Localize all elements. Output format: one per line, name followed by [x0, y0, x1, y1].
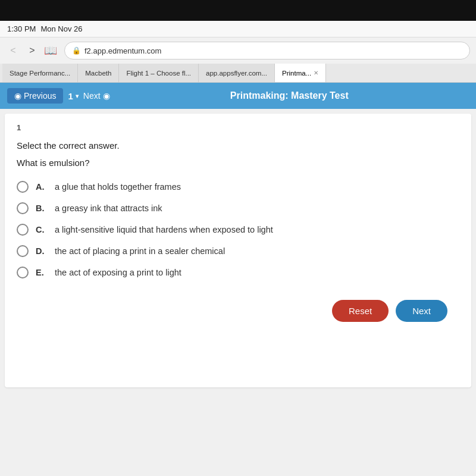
radio-a[interactable]: [17, 181, 29, 193]
choice-d[interactable]: D. the act of placing a print in a seale…: [17, 245, 459, 257]
forward-button[interactable]: >: [25, 43, 39, 58]
previous-button[interactable]: ◉ Previous: [7, 88, 63, 104]
status-time: 1:30 PM: [7, 24, 36, 33]
next-circle-icon: ◉: [103, 91, 110, 101]
choice-text-a: a glue that holds together frames: [55, 182, 181, 192]
next-button-main[interactable]: Next: [396, 300, 447, 322]
question-number-selector[interactable]: 1 ▾: [68, 91, 78, 101]
reset-button[interactable]: Reset: [332, 300, 389, 322]
choice-label-b: B.: [36, 203, 48, 213]
dropdown-arrow-icon: ▾: [76, 93, 79, 99]
quiz-nav-bar: ◉ Previous 1 ▾ Next ◉ Printmaking: Maste…: [0, 83, 476, 109]
tab-stage[interactable]: Stage Performanc...: [2, 64, 78, 82]
device-top-bar: [0, 0, 476, 21]
radio-b[interactable]: [17, 202, 29, 214]
tab-printmaking[interactable]: Printma... ✕: [275, 64, 326, 82]
choices-list: A. a glue that holds together frames B. …: [17, 181, 459, 278]
question-number-badge: 1: [17, 123, 459, 132]
status-bar: 1:30 PM Mon Nov 26: [0, 21, 476, 37]
choice-e[interactable]: E. the act of exposing a print to light: [17, 267, 459, 278]
book-icon[interactable]: 📖: [44, 44, 57, 57]
back-button[interactable]: <: [6, 43, 20, 58]
browser-chrome: < > 📖 🔒 f2.app.edmentum.com Stage Perfor…: [0, 37, 476, 83]
status-date: Mon Nov 26: [40, 24, 82, 33]
instruction-text: Select the correct answer.: [17, 140, 459, 151]
tab-flight[interactable]: Flight 1 – Choose fl...: [119, 64, 199, 82]
choice-text-e: the act of exposing a print to light: [55, 268, 181, 277]
nav-next-button[interactable]: Next ◉: [83, 91, 110, 101]
tab-macbeth[interactable]: Macbeth: [78, 64, 119, 82]
question-text: What is emulsion?: [17, 158, 459, 168]
action-bar: Reset Next: [17, 290, 459, 331]
choice-text-b: a greasy ink that attracts ink: [55, 203, 162, 213]
tab-appsflyer[interactable]: app.appsflyer.com...: [199, 64, 275, 82]
tabs-bar: Stage Performanc... Macbeth Flight 1 – C…: [0, 64, 476, 83]
content-area: 1 Select the correct answer. What is emu…: [5, 114, 471, 387]
url-text: f2.app.edmentum.com: [84, 46, 161, 55]
quiz-nav-left: ◉ Previous 1 ▾ Next ◉: [7, 88, 110, 104]
radio-d[interactable]: [17, 245, 29, 257]
choice-c[interactable]: C. a light-sensitive liquid that hardens…: [17, 224, 459, 236]
choice-label-a: A.: [36, 182, 48, 192]
browser-nav: < > 📖 🔒 f2.app.edmentum.com: [0, 37, 476, 64]
choice-text-c: a light-sensitive liquid that hardens wh…: [55, 225, 273, 234]
tab-close-icon[interactable]: ✕: [314, 70, 318, 76]
choice-label-c: C.: [36, 225, 48, 234]
radio-e[interactable]: [17, 267, 29, 278]
choice-label-e: E.: [36, 268, 48, 277]
choice-label-d: D.: [36, 246, 48, 256]
choice-text-d: the act of placing a print in a sealer c…: [55, 246, 225, 256]
prev-circle-icon: ◉: [14, 91, 21, 101]
choice-a[interactable]: A. a glue that holds together frames: [17, 181, 459, 193]
choice-b[interactable]: B. a greasy ink that attracts ink: [17, 202, 459, 214]
quiz-title: Printmaking: Mastery Test: [110, 90, 469, 101]
lock-icon: 🔒: [72, 46, 81, 55]
address-bar[interactable]: 🔒 f2.app.edmentum.com: [64, 42, 470, 60]
device: 1:30 PM Mon Nov 26 < > 📖 🔒 f2.app.edment…: [0, 0, 476, 476]
radio-c[interactable]: [17, 224, 29, 236]
